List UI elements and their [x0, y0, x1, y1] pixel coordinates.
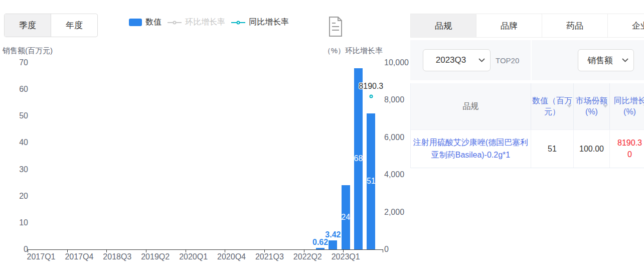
y-axis-tick-label: 10 — [0, 218, 28, 227]
secondary-axis-tick-label: 8,000 — [384, 95, 404, 104]
y-axis-tick-label: 20 — [0, 192, 28, 201]
tab-company[interactable]: 企业 — [608, 14, 644, 37]
sort-desc-caret-icon[interactable] — [603, 105, 608, 110]
ranking-tabs: 品规 品牌 药品 企业 — [410, 14, 644, 38]
x-axis-line — [28, 249, 383, 250]
secondary-axis-tick-label: 6,000 — [384, 133, 404, 142]
column-header-share[interactable]: 市场份额(%) — [574, 83, 610, 129]
x-axis-tick-label: 2017Q1 — [27, 252, 56, 261]
y-axis-tick-label: 50 — [0, 111, 28, 120]
sort-desc-caret-icon[interactable] — [567, 105, 572, 110]
column-header-spec: 品规 — [411, 83, 531, 129]
table-row: 注射用硫酸艾沙康唑(德国巴塞利亚制药Basilea)-0.2g*1 51 100… — [410, 129, 644, 168]
share-cell: 100.00 — [574, 130, 610, 168]
x-axis-tick-label: 2018Q3 — [103, 252, 131, 261]
secondary-axis-tick-label: 4,000 — [384, 170, 404, 179]
chevron-down-icon — [622, 58, 628, 62]
column-header-label: 同比增长(%) — [610, 95, 644, 118]
tab-drug[interactable]: 药品 — [542, 14, 608, 37]
secondary-axis-tick-label: 2,000 — [384, 208, 404, 217]
x-axis-tick-label: 2022Q2 — [293, 252, 322, 261]
top-n-label: TOP20 — [496, 56, 519, 65]
yoy-growth-point[interactable] — [369, 95, 373, 98]
period-select-value: 2023Q3 — [423, 55, 478, 65]
x-axis-tick-label: 2017Q4 — [65, 252, 93, 261]
table-header-row: 品规 数值（百万元） 市场份额(%) 同比增长(%) — [410, 83, 644, 129]
yoy-growth-point-label: 8190.3 — [359, 82, 383, 91]
filter-bar: 2023Q3 TOP20 销售额 — [410, 40, 644, 80]
x-axis-tick-label: 2021Q3 — [255, 252, 284, 261]
x-axis-tick-label: 2023Q1 — [332, 252, 360, 261]
bar-value-label: 24 — [341, 213, 350, 222]
y-axis-tick-label: 60 — [0, 85, 28, 94]
bar-2022Q3[interactable] — [316, 248, 325, 249]
product-link[interactable]: 注射用硫酸艾沙康唑(德国巴塞利亚制药Basilea)-0.2g*1 — [411, 130, 531, 168]
ranking-panel: 品规 品牌 药品 企业 2023Q3 TOP20 销售额 品规 — [410, 0, 644, 269]
x-axis-tick-label: 2019Q2 — [141, 252, 170, 261]
secondary-axis-tick-label: 0 — [384, 245, 389, 254]
x-axis-tick-label: 2020Q4 — [217, 252, 246, 261]
column-header-value[interactable]: 数值（百万元） — [531, 83, 574, 129]
y-axis-tick-label: 70 — [0, 58, 28, 67]
bar-value-label: 3.42 — [325, 230, 341, 239]
chevron-down-icon — [478, 58, 485, 62]
metric-select[interactable]: 销售额 — [578, 49, 634, 71]
column-header-yoy[interactable]: 同比增长(%) — [610, 83, 644, 129]
y-axis-tick-label: 0 — [0, 245, 28, 254]
tab-spec[interactable]: 品规 — [411, 14, 476, 37]
period-select[interactable]: 2023Q3 — [423, 49, 491, 71]
sales-trend-chart: 70605040302010010,0008,0006,0004,0002,00… — [0, 0, 410, 269]
metric-select-value: 销售额 — [578, 55, 622, 66]
tab-brand[interactable]: 品牌 — [476, 14, 542, 37]
value-cell: 51 — [531, 130, 574, 168]
secondary-axis-tick-label: 10,000 — [384, 58, 409, 67]
bar-value-label: 68 — [354, 154, 363, 163]
x-axis-tick — [383, 249, 383, 252]
y-axis-tick-label: 40 — [0, 138, 28, 147]
y-axis-tick-label: 30 — [0, 165, 28, 174]
bar-2022Q4[interactable] — [329, 240, 337, 249]
yoy-cell: 8190.30 — [610, 130, 644, 168]
bar-value-label: 51 — [367, 177, 376, 186]
x-axis-tick-label: 2020Q1 — [179, 252, 208, 261]
